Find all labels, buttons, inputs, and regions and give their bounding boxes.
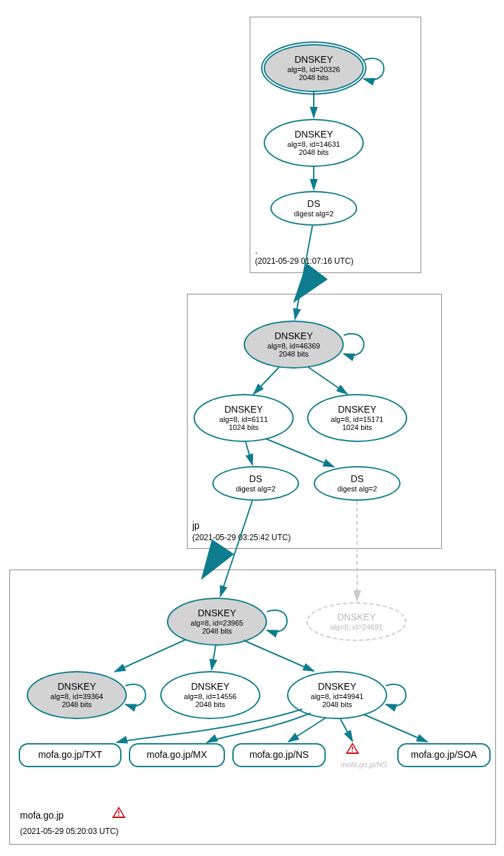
node-sub2: 2048 bits	[196, 700, 226, 708]
node-sub: alg=8, id=15171	[331, 415, 384, 423]
node-mofa-grey-key: DNSKEY alg=8, id=24691	[306, 602, 407, 641]
node-sub: alg=8, id=49941	[311, 692, 364, 700]
node-sub: alg=8, id=20326	[288, 65, 340, 73]
node-jp-ds1: DS digest alg=2	[212, 466, 299, 501]
zone-root-timestamp: (2021-05-29 01:07:16 UTC)	[255, 256, 353, 266]
node-title: DNSKEY	[224, 405, 263, 415]
node-jp-zsk2: DNSKEY alg=8, id=15171 1024 bits	[307, 394, 407, 442]
node-sub: alg=8, id=14556	[184, 692, 237, 700]
node-mofa-k3: DNSKEY alg=8, id=14556 2048 bits	[160, 671, 260, 719]
node-jp-ds2: DS digest alg=2	[314, 466, 401, 501]
node-jp-ksk: DNSKEY alg=8, id=46369 2048 bits	[244, 320, 344, 369]
node-title: DNSKEY	[294, 55, 333, 65]
node-sub: alg=8, id=6111	[220, 415, 268, 423]
node-mofa-k4: DNSKEY alg=8, id=49941 2048 bits	[287, 671, 387, 719]
node-sub: alg=8, id=14631	[288, 140, 340, 148]
node-rr-ns-grey: mofa.go.jp/NS	[334, 758, 394, 771]
zone-jp-timestamp: (2021-05-29 03:25:42 UTC)	[192, 533, 290, 542]
warning-icon: !	[346, 742, 359, 755]
node-sub2: 2048 bits	[299, 73, 329, 81]
node-rr-soa: mofa.go.jp/SOA	[397, 743, 491, 767]
node-sub2: 1024 bits	[229, 423, 259, 431]
node-sub: digest alg=2	[337, 485, 377, 493]
node-title: mofa.go.jp/NS	[250, 750, 309, 760]
zone-jp-label: jp	[192, 520, 200, 531]
node-title: mofa.go.jp/NS	[340, 761, 387, 769]
node-title: DNSKEY	[191, 682, 230, 692]
node-root-zsk: DNSKEY alg=8, id=14631 2048 bits	[264, 119, 364, 167]
node-mofa-k2: DNSKEY alg=8, id=39364 2048 bits	[27, 671, 127, 719]
node-root-ksk: DNSKEY alg=8, id=20326 2048 bits	[264, 44, 364, 92]
node-sub: alg=8, id=46369	[268, 342, 320, 350]
node-title: mofa.go.jp/MX	[147, 750, 207, 760]
warning-icon: !	[112, 807, 125, 819]
node-sub: alg=8, id=24691	[330, 623, 383, 631]
node-title: DNSKEY	[338, 405, 376, 415]
node-title: DS	[350, 474, 363, 484]
node-jp-zsk1: DNSKEY alg=8, id=6111 1024 bits	[194, 394, 294, 442]
node-sub: alg=8, id=39364	[51, 692, 103, 700]
node-rr-txt: mofa.go.jp/TXT	[19, 743, 121, 767]
node-sub2: 2048 bits	[62, 700, 92, 708]
node-rr-mx: mofa.go.jp/MX	[129, 743, 225, 767]
node-title: DNSKEY	[318, 682, 356, 692]
node-sub: alg=8, id=23965	[191, 619, 244, 627]
node-sub2: 2048 bits	[299, 148, 329, 156]
node-title: DNSKEY	[337, 612, 376, 622]
node-sub2: 2048 bits	[322, 700, 352, 708]
node-root-ds: DS digest alg=2	[270, 191, 357, 226]
node-title: DS	[249, 474, 262, 484]
zone-mofa-label: mofa.go.jp	[20, 810, 63, 821]
node-sub2: 1024 bits	[342, 423, 372, 431]
node-title: DS	[307, 199, 320, 209]
zone-root-label: .	[255, 245, 258, 256]
node-mofa-ksk: DNSKEY alg=8, id=23965 2048 bits	[167, 598, 267, 646]
node-title: DNSKEY	[294, 130, 333, 140]
node-sub: digest alg=2	[294, 210, 334, 218]
node-rr-ns: mofa.go.jp/NS	[232, 743, 326, 767]
node-sub2: 2048 bits	[202, 627, 232, 635]
node-title: DNSKEY	[274, 331, 313, 341]
node-title: DNSKEY	[57, 682, 96, 692]
node-title: mofa.go.jp/TXT	[38, 750, 102, 760]
node-sub: digest alg=2	[236, 485, 276, 493]
zone-mofa-timestamp: (2021-05-29 05:20:03 UTC)	[20, 827, 118, 836]
node-sub2: 2048 bits	[279, 350, 309, 358]
node-title: mofa.go.jp/SOA	[411, 750, 477, 760]
node-title: DNSKEY	[198, 608, 236, 618]
